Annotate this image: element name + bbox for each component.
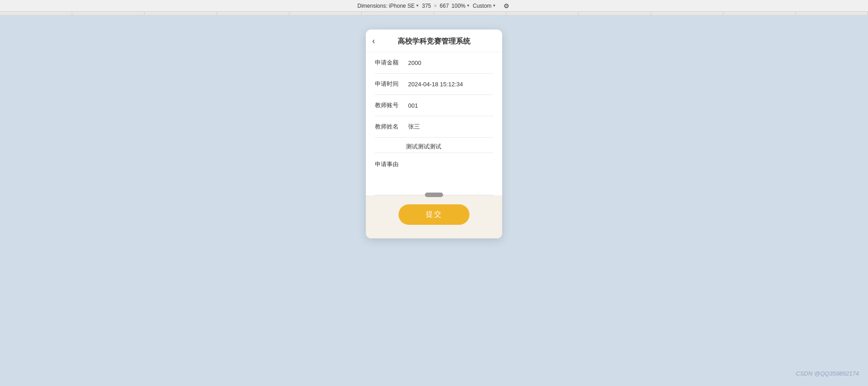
label-reason: 申请事由 xyxy=(375,158,404,168)
label-teacher-name: 教师姓名 xyxy=(375,123,404,131)
scroll-indicator xyxy=(425,193,443,197)
field-teacher-name: 教师姓名 张三 xyxy=(375,116,493,138)
width-value: 375 xyxy=(422,3,431,9)
textarea-border-wrapper xyxy=(375,195,493,195)
zoom-label: 100% xyxy=(452,3,466,9)
dimensions-label: Dimensions: iPhone SE xyxy=(358,3,415,9)
ruler-seg-6 xyxy=(362,12,434,15)
ruler-seg-1 xyxy=(0,12,72,15)
bottom-section: 提交 xyxy=(366,195,502,238)
phone-header: ‹ 高校学科竞赛管理系统 xyxy=(366,30,502,52)
field-teacher-id: 教师账号 001 xyxy=(375,95,493,116)
form-content: 申请金额 2000 申请时间 2024-04-18 15:12:34 教师账号 … xyxy=(366,52,502,195)
value-teacher-name: 张三 xyxy=(404,123,493,131)
ruler xyxy=(0,12,868,15)
phone-frame: ‹ 高校学科竞赛管理系统 申请金额 2000 申请时间 2024-04-18 1… xyxy=(366,30,502,238)
back-icon: ‹ xyxy=(372,36,375,45)
ruler-seg-10 xyxy=(651,12,723,15)
textarea-bottom-border xyxy=(375,195,493,195)
value-time: 2024-04-18 15:12:34 xyxy=(404,81,493,88)
separator: × xyxy=(434,3,437,9)
watermark: CSDN @QQ359892174 xyxy=(796,370,859,377)
ruler-seg-3 xyxy=(145,12,217,15)
field-time: 申请时间 2024-04-18 15:12:34 xyxy=(375,74,493,95)
ruler-seg-4 xyxy=(217,12,289,15)
ruler-seg-12 xyxy=(796,12,868,15)
main-area: ‹ 高校学科竞赛管理系统 申请金额 2000 申请时间 2024-04-18 1… xyxy=(0,16,868,386)
value-teacher-id: 001 xyxy=(404,102,493,109)
zoom-dropdown[interactable]: 100% ▼ xyxy=(452,3,470,9)
dimensions-arrow-icon: ▼ xyxy=(416,4,419,8)
custom-label: Custom xyxy=(473,3,491,9)
top-bar: Dimensions: iPhone SE ▼ 375 × 667 100% ▼… xyxy=(0,0,868,12)
page-title: 高校学科竞赛管理系统 xyxy=(398,37,470,46)
reason-row: 申请事由 xyxy=(375,153,493,195)
ruler-seg-7 xyxy=(434,12,506,15)
zoom-arrow-icon: ▼ xyxy=(466,4,470,8)
ruler-segments xyxy=(0,12,868,15)
submit-button[interactable]: 提交 xyxy=(399,204,469,225)
label-teacher-id: 教师账号 xyxy=(375,101,404,109)
ruler-seg-9 xyxy=(579,12,651,15)
field-amount: 申请金额 2000 xyxy=(375,52,493,74)
reason-textarea[interactable] xyxy=(404,158,493,195)
ruler-seg-5 xyxy=(289,12,362,15)
value-amount: 2000 xyxy=(404,59,493,66)
top-bar-center: Dimensions: iPhone SE ▼ 375 × 667 100% ▼… xyxy=(358,2,511,10)
ruler-seg-2 xyxy=(72,12,145,15)
label-amount: 申请金额 xyxy=(375,59,404,67)
ruler-seg-11 xyxy=(723,12,796,15)
reason-text-above-wrapper: 测试测试测试 xyxy=(375,138,493,153)
settings-icon[interactable]: ⚙ xyxy=(502,2,510,10)
back-button[interactable]: ‹ xyxy=(372,36,375,45)
ruler-seg-8 xyxy=(506,12,579,15)
custom-arrow-icon: ▼ xyxy=(493,4,496,8)
custom-dropdown[interactable]: Custom ▼ xyxy=(473,3,496,9)
dimensions-dropdown[interactable]: Dimensions: iPhone SE ▼ xyxy=(358,3,419,9)
height-value: 667 xyxy=(440,3,449,9)
label-time: 申请时间 xyxy=(375,80,404,88)
reason-text-above: 测试测试测试 xyxy=(406,143,441,150)
